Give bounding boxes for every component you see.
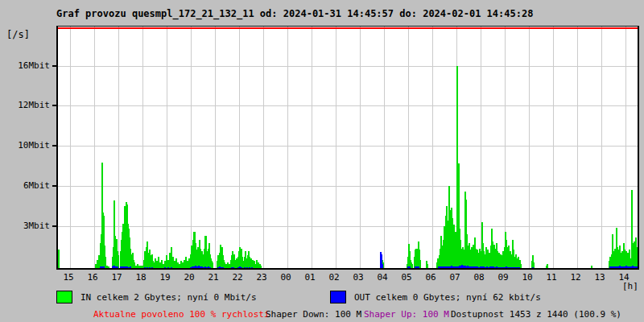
vertical-gridline <box>287 27 288 268</box>
out-traffic-bar <box>485 267 486 268</box>
out-traffic-bar <box>616 266 617 268</box>
out-traffic-bar <box>629 266 630 268</box>
out-traffic-bar <box>632 266 634 268</box>
out-traffic-bar <box>130 266 131 268</box>
in-traffic-bar <box>164 261 166 268</box>
out-traffic-bar <box>481 266 483 268</box>
x-tick-label: 23 <box>251 272 272 283</box>
in-traffic-bar <box>161 260 163 268</box>
out-traffic-bar <box>473 266 475 268</box>
out-traffic-bar <box>195 266 196 268</box>
out-traffic-bar <box>200 266 201 268</box>
out-traffic-bar <box>509 267 510 268</box>
out-traffic-bar <box>246 267 248 268</box>
out-traffic-bar <box>198 266 200 268</box>
in-traffic-bar <box>212 262 213 268</box>
out-traffic-bar <box>244 267 246 268</box>
out-traffic-bar <box>496 266 497 268</box>
out-traffic-bar <box>475 266 477 268</box>
in-traffic-bar <box>411 264 413 268</box>
x-tick-label: 06 <box>420 272 441 283</box>
out-traffic-bar <box>630 266 632 268</box>
out-traffic-bar <box>449 266 451 268</box>
x-tick-label: 07 <box>444 272 465 283</box>
in-traffic-bar <box>520 264 522 268</box>
in-traffic-bar <box>135 266 137 268</box>
in-series-label: IN celkem 2 Gbytes; nyní 0 Mbit/s <box>80 292 257 303</box>
out-traffic-bar <box>446 266 448 268</box>
x-tick-label: 15 <box>58 272 79 283</box>
out-traffic-bar <box>622 266 624 268</box>
out-traffic-bar <box>494 267 496 268</box>
horizontal-gridline <box>58 146 638 147</box>
vertical-gridline <box>94 27 95 268</box>
out-traffic-bar <box>491 266 493 268</box>
x-tick-label: 22 <box>227 272 248 283</box>
in-traffic-bar <box>427 264 428 268</box>
horizontal-gridline <box>58 186 638 187</box>
out-traffic-bar <box>441 266 443 268</box>
out-traffic-bar <box>206 267 208 268</box>
out-traffic-bar <box>444 266 446 268</box>
out-traffic-bar <box>512 267 514 268</box>
vertical-gridline <box>336 27 336 268</box>
out-traffic-bar <box>126 266 128 268</box>
out-traffic-bar <box>506 266 507 268</box>
page-title: Graf provozu quesmpl_172_21_132_11 od: 2… <box>56 8 533 19</box>
out-traffic-bar <box>493 266 494 268</box>
in-traffic-bar <box>155 258 156 268</box>
out-traffic-bar <box>510 267 512 268</box>
out-traffic-bar <box>480 266 481 268</box>
in-traffic-bar <box>105 257 106 268</box>
in-traffic-bar <box>175 258 177 268</box>
vertical-gridline <box>118 27 119 268</box>
in-traffic-bar <box>138 266 140 268</box>
y-tick-label: 16Mbit <box>0 60 50 72</box>
out-traffic-bar <box>440 266 441 268</box>
in-traffic-bar <box>591 266 592 268</box>
in-traffic-bar <box>106 266 108 268</box>
out-traffic-bar <box>489 266 491 268</box>
out-traffic-bar <box>515 267 517 268</box>
in-traffic-bar <box>185 257 187 268</box>
x-tick-label: 01 <box>299 272 320 283</box>
out-traffic-bar <box>149 267 151 268</box>
in-traffic-bar <box>177 262 179 268</box>
in-traffic-bar <box>159 262 161 268</box>
out-traffic-bar <box>203 267 204 268</box>
out-traffic-bar <box>619 266 621 268</box>
in-traffic-bar <box>419 260 421 268</box>
out-traffic-bar <box>465 266 467 268</box>
limit-line <box>58 27 638 29</box>
out-traffic-bar <box>237 267 239 268</box>
vertical-gridline <box>191 27 192 268</box>
out-traffic-bar <box>613 266 614 268</box>
x-tick-label: 10 <box>517 272 538 283</box>
x-tick-label: 20 <box>179 272 200 283</box>
vertical-gridline <box>601 27 602 268</box>
out-traffic-bar <box>382 264 383 268</box>
vertical-gridline <box>529 27 530 268</box>
x-tick-label: 11 <box>541 272 562 283</box>
out-traffic-bar <box>233 267 234 268</box>
out-traffic-bar <box>103 266 105 268</box>
y-axis-unit-label: [/s] <box>6 29 30 40</box>
in-traffic-bar <box>169 253 171 268</box>
out-series-label: OUT celkem 0 Gbytes; nyní 62 kbit/s <box>354 292 541 303</box>
vertical-gridline <box>384 27 385 268</box>
out-traffic-bar <box>624 266 625 268</box>
out-traffic-bar <box>472 266 473 268</box>
out-traffic-bar <box>501 267 502 268</box>
in-traffic-bar <box>134 262 135 268</box>
out-traffic-bar <box>219 266 221 268</box>
out-traffic-bar <box>443 266 444 268</box>
horizontal-gridline <box>58 66 638 67</box>
in-traffic-bar <box>97 260 98 268</box>
out-traffic-bar <box>451 266 452 268</box>
in-traffic-bar <box>118 255 119 268</box>
out-traffic-bar <box>416 266 418 268</box>
x-tick-label: 19 <box>155 272 175 283</box>
out-traffic-bar <box>122 266 123 268</box>
in-traffic-bar <box>158 257 159 268</box>
out-traffic-bar <box>164 267 166 268</box>
